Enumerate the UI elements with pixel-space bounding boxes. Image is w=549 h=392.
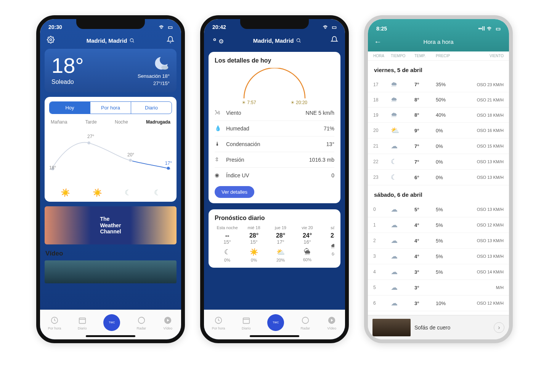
hourly-row[interactable]: 0 ☁ 5° 5% OSO 13 KM/H [368,202,509,217]
location-title[interactable]: Madrid, Madrid [253,37,302,44]
nav-diario[interactable]: Diario [241,315,252,330]
moon-icon: ☾ [125,188,132,197]
svg-line-16 [300,42,301,43]
detail-icon: 🌬 [215,109,222,116]
day-header: sábado, 6 de abril [368,185,509,202]
status-bar: 8:25 ••llᯤ▭ [368,21,509,35]
hourly-row[interactable]: 1 ☁ 4° 5% OSO 12 KM/H [368,217,509,233]
hourly-row[interactable]: 23 ☾ 6° 0% OSO 13 KM/H [368,170,509,185]
ad-image [372,319,411,336]
hi-lo: 27°/15° [153,80,170,86]
weather-icon: ☾ [215,248,240,256]
radar-icon [136,315,147,326]
detail-label: Presión [226,157,244,163]
wifi-icon: ᯤ [323,23,330,31]
svg-point-20 [302,317,308,323]
hourly-row[interactable]: 2 ☁ 4° 5% OSO 13 KM/H [368,233,509,249]
search-icon [296,38,301,43]
details-title: Los detalles de hoy [215,57,334,64]
bell-icon[interactable] [167,36,174,45]
nav-video[interactable]: Vídeo [162,315,173,330]
daily-column[interactable]: jue 19 28° 17° ⛅ 20% [268,225,293,262]
detail-icon: 💧 [215,125,222,132]
see-details-button[interactable]: Ver detalles [215,186,254,198]
status-icons: ᯤ ▭ [159,23,173,31]
hourly-row[interactable]: 5 ☁ 3° M/H [368,280,509,296]
clock-icon [213,315,224,326]
wifi-icon: ᯤ [487,25,494,33]
hourly-list[interactable]: viernes, 5 de abril 17 🌧 7° 35% OSO 23 K… [368,61,509,339]
hourly-row[interactable]: 4 ☁ 3° 5% OSO 14 KM/H [368,264,509,280]
phone-screenshot-3: 8:25 ••llᯤ▭ ← Hora a hora HORA TIEMPO TE… [364,15,513,343]
nav-porhora[interactable]: Por hora [212,315,225,330]
daily-column[interactable]: sáb 23 🌧 60 [321,225,334,262]
play-icon [326,315,337,326]
wifi-icon: ᯤ [159,23,166,31]
daypart-labels: Mañana Tarde Noche Madrugada [51,119,170,125]
hourly-row[interactable]: 6 ☁ 3° 10% OSO 12 KM/H [368,296,509,311]
seg-porhora[interactable]: Por hora [90,102,131,114]
page-title: Hora a hora [374,39,503,45]
hourly-row[interactable]: 17 🌧 7° 35% OSO 23 KM/H [368,77,509,92]
daypart-icons: ☀️ ☀️ ☾ ☾ [49,188,172,197]
nav-diario[interactable]: Diario [77,315,88,330]
detail-value: 1016.3 mb [309,157,334,163]
nav-video[interactable]: Vídeo [326,315,337,330]
status-time: 20:30 [48,24,62,30]
hourly-row[interactable]: 3 ☁ 4° 5% OSO 13 KM/H [368,249,509,264]
nav-porhora[interactable]: Por hora [48,315,61,330]
today-details-card: Los detalles de hoy ☀ 7:57 ☀ 20:20 🌬Vien… [209,52,340,203]
nav-home[interactable]: TWC [267,314,284,331]
hourly-row[interactable]: 21 ☁ 7° 0% OSO 15 KM/H [368,138,509,154]
svg-point-14 [214,39,216,41]
settings-icon[interactable]: ⚙ [211,36,224,45]
sun-icon: ☀️ [61,188,70,197]
detail-icon: ◉ [215,172,222,179]
nav-radar[interactable]: Radar [136,315,147,330]
ad-text: Sofás de cuero [414,325,490,331]
location-title[interactable]: Madrid, Madrid [87,37,135,44]
daily-column[interactable]: Esta noche -- 15° ☾ 0% [215,225,240,262]
weather-icon: 🌧 [391,111,414,119]
hourly-row[interactable]: 19 🌧 8° 40% OSO 18 KM/H [368,108,509,123]
detail-value: 13° [326,141,334,147]
svg-point-0 [50,39,52,41]
nav-radar[interactable]: Radar [300,315,311,330]
chevron-right-icon[interactable]: › [494,322,504,333]
hourly-row[interactable]: 22 ☾ 7° 0% OSO 13 KM/H [368,154,509,170]
hourly-row[interactable]: 20 ⛅ 9° 0% OSO 16 KM/H [368,123,509,138]
weather-channel-banner[interactable]: The Weather Channel [45,206,177,244]
detail-label: Índice UV [226,172,249,178]
play-icon [162,315,173,326]
segment-control: Hoy Por hora Diario [49,101,172,114]
detail-label: Condensación [226,141,260,147]
detail-row: ◉Índice UV 0 [215,168,334,183]
weather-icon: ☁ [391,299,414,307]
forecast-card: Hoy Por hora Diario Mañana Tarde Noche M… [45,97,177,202]
weather-icon: ☀️ [241,248,266,256]
weather-icon: ☁ [391,142,414,150]
video-section-title: Vídeo [45,250,176,257]
status-time: 8:25 [376,26,387,32]
detail-value: 71% [324,125,334,132]
hourly-row[interactable]: 18 🌧 8° 50% OSO 21 KM/H [368,92,509,108]
weather-icon: ⛅ [391,126,414,135]
current-weather-card[interactable]: 18° Soleado Sensación 18° 27°/15° [45,49,177,92]
daily-column[interactable]: mié 18 28° 15° ☀️ 0% [241,225,266,262]
seg-diario[interactable]: Diario [131,102,172,114]
bell-icon[interactable] [331,36,338,45]
daily-column[interactable]: vie 20 24° 16° 🌦 60% [295,225,320,262]
detail-row: ⇳Presión 1016.3 mb [215,152,334,168]
current-condition: Soleado [51,79,84,85]
nav-home[interactable]: TWC [103,314,120,331]
detail-row: 🌬Viento NNE 5 km/h [215,105,334,121]
svg-point-5 [87,141,90,145]
ad-banner[interactable]: Sofás de cuero › [368,315,509,339]
weather-icon: ☁ [391,252,414,260]
seg-hoy[interactable]: Hoy [50,102,90,114]
video-thumbnail[interactable] [45,260,177,283]
settings-icon[interactable] [47,36,55,45]
clock-icon [49,315,60,326]
detail-label: Viento [226,110,241,116]
battery-icon: ▭ [168,24,173,30]
